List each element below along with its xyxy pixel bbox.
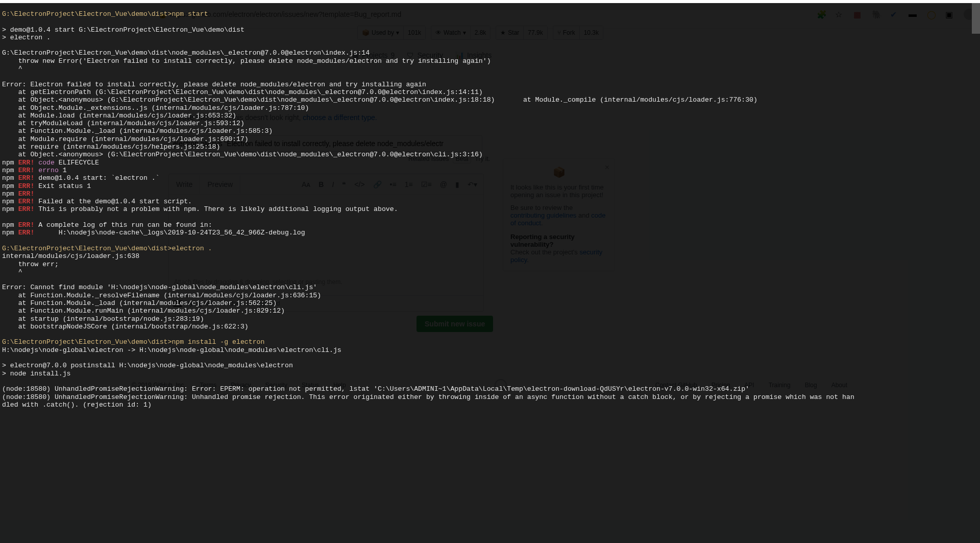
- terminal-line: H:\nodejs\node-global\electron -> H:\nod…: [2, 346, 978, 354]
- terminal-line: ^: [2, 268, 978, 276]
- terminal-line: Error: Cannot find module 'H:\nodejs\nod…: [2, 284, 978, 291]
- terminal-line: G:\ElectronProject\Electron_Vue\demo\dis…: [2, 49, 978, 57]
- terminal-line: G:\ElectronProject\Electron_Vue\demo\dis…: [2, 338, 978, 346]
- terminal-line: G:\ElectronProject\Electron_Vue\demo\dis…: [2, 10, 978, 18]
- terminal-line: dled with .catch(). (rejection id: 1): [2, 401, 978, 409]
- terminal-line: throw new Error('Electron failed to inst…: [2, 57, 978, 65]
- terminal-line: at require (internal/modules/cjs/helpers…: [2, 143, 978, 151]
- terminal-line: at Object.<anonymous> (G:\ElectronProjec…: [2, 151, 978, 158]
- terminal-line: at Object.Module._extensions..js (intern…: [2, 104, 978, 112]
- terminal-line: at Function.Module._load (internal/modul…: [2, 127, 978, 135]
- terminal-line: (node:18580) UnhandledPromiseRejectionWa…: [2, 393, 978, 401]
- terminal-line: > node install.js: [2, 370, 978, 377]
- terminal-line: npm ERR! errno 1: [2, 167, 978, 174]
- terminal-line: npm ERR! H:\nodejs\node-cache\_logs\2019…: [2, 229, 978, 237]
- terminal-line: internal/modules/cjs/loader.js:638: [2, 252, 978, 260]
- terminal-line: at Module.load (internal/modules/cjs/loa…: [2, 112, 978, 120]
- terminal-line: at Module.require (internal/modules/cjs/…: [2, 135, 978, 143]
- terminal-line: at tryModuleLoad (internal/modules/cjs/l…: [2, 120, 978, 127]
- terminal-line: Error: Electron failed to install correc…: [2, 81, 978, 88]
- terminal-line: npm ERR! A complete log of this run can …: [2, 221, 978, 229]
- terminal-line: at bootstrapNodeJSCore (internal/bootstr…: [2, 323, 978, 330]
- terminal-line: > electron@7.0.0 postinstall H:\nodejs\n…: [2, 362, 978, 369]
- scrollbar[interactable]: [972, 3, 980, 34]
- terminal-line: at Function.Module._load (internal/modul…: [2, 299, 978, 307]
- terminal-overlay[interactable]: G:\ElectronProject\Electron_Vue\demo\dis…: [0, 3, 980, 543]
- terminal-line: at getElectronPath (G:\ElectronProject\E…: [2, 88, 978, 96]
- terminal-line: npm ERR! This is probably not a problem …: [2, 205, 978, 213]
- terminal-line: npm ERR! demo@1.0.4 start: `electron .`: [2, 174, 978, 182]
- terminal-line: > electron .: [2, 34, 978, 41]
- terminal-line: throw err;: [2, 261, 978, 268]
- terminal-line: npm ERR!: [2, 190, 978, 198]
- terminal-line: npm ERR! Exit status 1: [2, 182, 978, 190]
- terminal-line: ^: [2, 65, 978, 73]
- terminal-line: at Object.<anonymous> (G:\ElectronProjec…: [2, 96, 978, 104]
- terminal-line: (node:18580) UnhandledPromiseRejectionWa…: [2, 385, 978, 393]
- terminal-line: G:\ElectronProject\Electron_Vue\demo\dis…: [2, 245, 978, 252]
- terminal-line: > demo@1.0.4 start G:\ElectronProject\El…: [2, 26, 978, 34]
- terminal-line: npm ERR! Failed at the demo@1.0.4 start …: [2, 198, 978, 205]
- terminal-line: npm ERR! code ELIFECYCLE: [2, 159, 978, 167]
- terminal-line: at Function.Module._resolveFilename (int…: [2, 292, 978, 299]
- terminal-line: at startup (internal/bootstrap/node.js:2…: [2, 315, 978, 323]
- terminal-line: at Function.Module.runMain (internal/mod…: [2, 307, 978, 315]
